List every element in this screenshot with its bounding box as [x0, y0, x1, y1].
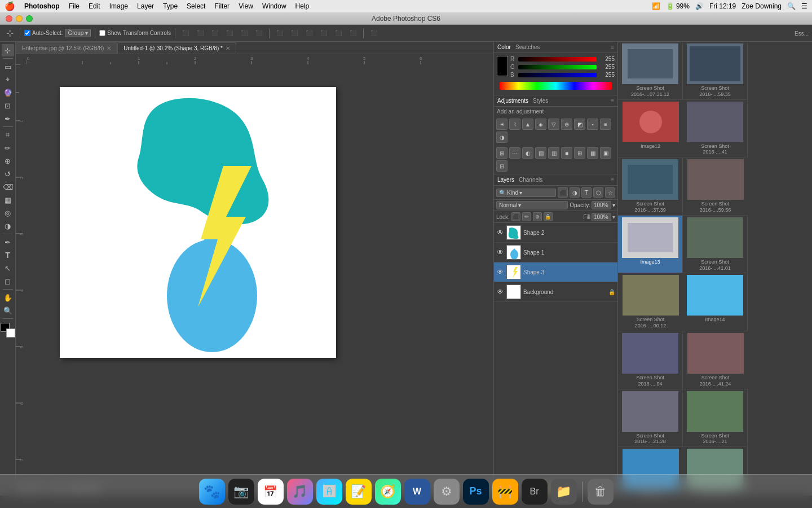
- dock-appstore[interactable]: 🅰: [316, 479, 342, 505]
- autoselect-checkbox[interactable]: [24, 30, 30, 36]
- selective-color-adj-icon[interactable]: ◐: [522, 147, 533, 159]
- hand-tool[interactable]: ✋: [2, 291, 14, 304]
- green-slider-track[interactable]: [518, 65, 597, 69]
- menu-type[interactable]: Type: [163, 2, 178, 10]
- dodge-tool[interactable]: ◑: [2, 220, 14, 232]
- swatches-tab[interactable]: Swatches: [515, 44, 540, 50]
- zoom-tool[interactable]: 🔍: [2, 304, 14, 317]
- layer-shape3-visibility[interactable]: 👁: [496, 268, 504, 276]
- dock-settings[interactable]: ⚙: [434, 479, 460, 505]
- action-adj-icon[interactable]: ▣: [600, 147, 611, 159]
- menu-edit[interactable]: Edit: [89, 2, 100, 10]
- window-controls[interactable]: [6, 15, 33, 22]
- dock-photoshop[interactable]: Ps: [463, 479, 489, 505]
- solid-color-adj-icon[interactable]: ■: [561, 147, 572, 159]
- brightness-adj-icon[interactable]: ☀: [496, 119, 508, 130]
- menu-select[interactable]: Select: [187, 2, 205, 10]
- marquee-tool[interactable]: ▭: [2, 60, 14, 73]
- pixel-filter-icon[interactable]: ⬛: [558, 187, 568, 198]
- search-icon[interactable]: 🔍: [787, 2, 796, 10]
- dock-photos[interactable]: 📷: [228, 479, 254, 505]
- file-item-13[interactable]: Screen Shot2016-....21.28: [618, 389, 683, 448]
- file-item-11[interactable]: Screen Shot2016-....04: [618, 331, 683, 389]
- distribute-bottom-icon[interactable]: ⬛: [347, 29, 359, 37]
- pen-tool[interactable]: ✒: [2, 236, 14, 248]
- file-item-7-selected[interactable]: Image13: [618, 216, 683, 274]
- tab-untitled-close[interactable]: ✕: [226, 45, 230, 51]
- color-swatch-fg[interactable]: [497, 56, 508, 76]
- exposure-adj-icon[interactable]: ▲: [522, 119, 533, 130]
- layers-tab[interactable]: Layers: [497, 177, 514, 183]
- invert-adj-icon[interactable]: ◑: [496, 132, 508, 143]
- tab-enterprise-close[interactable]: ✕: [107, 45, 111, 51]
- quick-select-tool[interactable]: 🔮: [2, 86, 14, 99]
- dock-finder[interactable]: 🐾: [199, 479, 225, 505]
- file-item-8[interactable]: Screen Shot2016-....41.01: [683, 216, 748, 274]
- tab-enterprise[interactable]: Enterprise.jpg @ 12.5% (RGB/8) ✕: [16, 42, 117, 54]
- file-item-4[interactable]: Screen Shot2016-....41: [683, 100, 748, 158]
- distribute-left-icon[interactable]: ⬛: [273, 29, 286, 37]
- color-swatches[interactable]: [1, 323, 15, 338]
- dock-safari[interactable]: 🧭: [375, 479, 401, 505]
- blue-slider-track[interactable]: [518, 73, 597, 77]
- eyedropper-tool[interactable]: ✒: [2, 112, 14, 125]
- crop-tool[interactable]: ⊡: [2, 99, 14, 112]
- gradient-fill-adj-icon[interactable]: ▦: [587, 147, 598, 159]
- transform-checkbox[interactable]: [99, 30, 105, 36]
- menu-window[interactable]: Window: [262, 2, 286, 10]
- autoselect-check[interactable]: Auto-Select:: [24, 30, 63, 36]
- apple-menu[interactable]: 🍎: [5, 1, 15, 11]
- notification-icon[interactable]: ☰: [801, 2, 807, 10]
- group-dropdown[interactable]: Group ▾: [65, 29, 91, 37]
- posterize-adj-icon[interactable]: ⊞: [496, 147, 508, 159]
- color-panel-options[interactable]: ≡: [611, 44, 614, 50]
- layer-shape2[interactable]: 👁 Shape 2: [494, 223, 617, 243]
- layer-shape3[interactable]: 👁 Shape 3: [494, 262, 617, 282]
- distribute-center-v-icon[interactable]: ⬛: [332, 29, 345, 37]
- blur-tool[interactable]: ◎: [2, 207, 14, 219]
- lock-pixels-btn[interactable]: ⬛: [511, 212, 520, 221]
- lasso-tool[interactable]: ⌖: [2, 73, 14, 86]
- file-item-14[interactable]: Screen Shot2016-....21: [683, 389, 748, 448]
- layer-shape2-visibility[interactable]: 👁: [496, 229, 504, 237]
- spot-heal-tool[interactable]: ⌗: [2, 129, 14, 141]
- dock-music[interactable]: 🎵: [287, 479, 313, 505]
- history-brush-tool[interactable]: ↺: [2, 168, 14, 180]
- lock-paint-btn[interactable]: ✏: [522, 212, 531, 221]
- color-spectrum-bar[interactable]: [500, 82, 612, 90]
- dock-stickies[interactable]: 📝: [346, 479, 372, 505]
- file-item-12[interactable]: Screen Shot2016-....41.24: [683, 331, 748, 389]
- tab-untitled[interactable]: Untitled-1 @ 30.2% (Shape 3, RGB/8) * ✕: [117, 42, 236, 54]
- layer-shape1[interactable]: 👁 Shape 1: [494, 243, 617, 262]
- photo-filter-adj-icon[interactable]: ⋆: [587, 119, 598, 130]
- minimize-button[interactable]: [16, 15, 23, 22]
- file-item-5[interactable]: Screen Shot2016-....37.39: [618, 157, 683, 216]
- distribute-center-h-icon[interactable]: ⬛: [288, 29, 301, 37]
- file-item-3[interactable]: Image12: [618, 100, 683, 158]
- red-slider-track[interactable]: [518, 57, 597, 62]
- gradient-tool[interactable]: ▦: [2, 194, 14, 206]
- path-selection-tool[interactable]: ↖: [2, 262, 14, 274]
- brush-tool[interactable]: ✏: [2, 142, 14, 154]
- dock-calendar[interactable]: 📅: [258, 479, 284, 505]
- distribute-top-icon[interactable]: ⬛: [317, 29, 330, 37]
- type-tool[interactable]: T: [2, 249, 14, 261]
- transform-check[interactable]: Show Transform Controls: [99, 30, 171, 36]
- fill-value[interactable]: 100%: [592, 213, 611, 221]
- background-color[interactable]: [6, 329, 15, 338]
- canvas-viewport[interactable]: [26, 64, 493, 484]
- menu-file[interactable]: File: [69, 2, 80, 10]
- layer-shape1-visibility[interactable]: 👁: [496, 248, 504, 256]
- essentials-button[interactable]: Ess...: [795, 30, 809, 37]
- dock-trash[interactable]: 🗑: [588, 479, 614, 505]
- colorbalance-adj-icon[interactable]: ⊕: [561, 119, 572, 130]
- gradient-map-adj-icon[interactable]: ▤: [535, 147, 546, 159]
- align-bottom-icon[interactable]: ⬛: [253, 29, 265, 37]
- file-item-6[interactable]: Screen Shot2016-....59.56: [683, 157, 748, 216]
- align-left-icon[interactable]: ⬛: [179, 29, 192, 37]
- adj-panel-options[interactable]: ≡: [611, 98, 614, 104]
- menu-layer[interactable]: Layer: [137, 2, 154, 10]
- hsl-adj-icon[interactable]: ▽: [548, 119, 559, 130]
- channels-tab[interactable]: Channels: [519, 177, 542, 183]
- lock-all-btn[interactable]: 🔒: [544, 212, 553, 221]
